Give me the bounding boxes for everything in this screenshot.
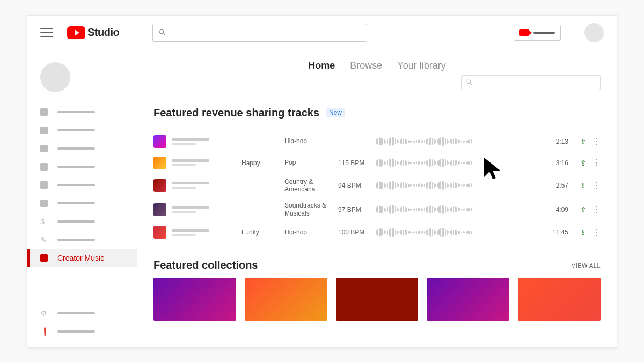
search-input[interactable] <box>152 24 367 42</box>
kebab-icon[interactable]: ⋮ <box>592 227 601 238</box>
collection-card[interactable] <box>427 278 509 321</box>
collection-card[interactable] <box>518 278 601 321</box>
search-icon <box>466 79 473 86</box>
track-mood: Happy <box>241 159 279 167</box>
section-title-collections: Featured collections <box>153 259 258 271</box>
track-thumbnail <box>153 179 166 192</box>
logo-text: Studio <box>87 26 119 39</box>
waveform[interactable] <box>376 180 536 191</box>
view-all-link[interactable]: VIEW ALL <box>572 262 601 269</box>
track-genre: Hip-hop <box>284 228 333 236</box>
collections-row <box>153 278 601 321</box>
track-bpm: 115 BPM <box>338 159 370 167</box>
create-button[interactable] <box>514 25 561 41</box>
feedback-icon <box>40 327 48 336</box>
track-bpm: 100 BPM <box>338 228 370 236</box>
waveform[interactable] <box>376 227 536 238</box>
youtube-play-icon <box>67 26 85 39</box>
section-title-featured-tracks: Featured revenue sharing tracks <box>153 107 319 119</box>
track-duration: 2:57 <box>541 182 568 189</box>
track-bpm: 97 BPM <box>338 206 370 213</box>
track-row[interactable]: FunkyHip-hop100 BPM11:45⇪⋮ <box>153 221 601 243</box>
analytics-icon <box>40 163 48 171</box>
track-row[interactable]: Hip-hop2:13⇪⋮ <box>153 131 601 152</box>
track-duration: 11:45 <box>541 228 568 236</box>
music-search-input[interactable] <box>461 75 601 90</box>
new-badge: New <box>326 108 345 117</box>
studio-logo[interactable]: Studio <box>67 26 119 39</box>
sidebar-item-feedback[interactable] <box>27 322 137 341</box>
dashboard-icon <box>40 108 48 116</box>
sidebar-item-content[interactable] <box>27 121 137 139</box>
hamburger-menu-icon[interactable] <box>40 26 53 39</box>
dollar-icon <box>40 217 48 226</box>
sidebar-item-playlists[interactable] <box>27 139 137 158</box>
share-icon[interactable]: ⇪ <box>580 159 587 167</box>
sidebar-item-dashboard[interactable] <box>27 103 137 121</box>
track-duration: 2:13 <box>541 138 568 145</box>
kebab-icon[interactable]: ⋮ <box>592 158 601 168</box>
top-header: Studio <box>27 16 617 50</box>
track-thumbnail <box>153 135 166 148</box>
collection-card[interactable] <box>336 278 419 321</box>
tracks-table: Hip-hop2:13⇪⋮HappyPop115 BPM3:16⇪⋮Countr… <box>153 131 601 243</box>
waveform[interactable] <box>376 158 536 168</box>
share-icon[interactable]: ⇪ <box>580 137 587 146</box>
gear-icon <box>40 309 48 317</box>
share-icon[interactable]: ⇪ <box>580 205 587 214</box>
sidebar-item-analytics[interactable] <box>27 158 137 176</box>
search-icon <box>158 28 167 37</box>
collection-card[interactable] <box>153 278 236 321</box>
share-icon[interactable]: ⇪ <box>580 228 587 237</box>
kebab-icon[interactable]: ⋮ <box>592 204 601 215</box>
profile-avatar[interactable] <box>584 23 604 42</box>
track-duration: 3:16 <box>541 159 568 167</box>
tab-library[interactable]: Your library <box>397 60 445 75</box>
track-thumbnail <box>153 203 166 216</box>
track-title-stub <box>172 182 236 189</box>
track-row[interactable]: Soundtracks & Musicals97 BPM4:09⇪⋮ <box>153 197 601 221</box>
content-icon <box>40 127 48 134</box>
music-icon <box>40 254 48 262</box>
kebab-icon[interactable]: ⋮ <box>592 180 601 190</box>
camera-icon <box>519 29 529 36</box>
create-label-stub <box>533 32 555 34</box>
channel-avatar[interactable] <box>40 62 70 92</box>
subtitles-icon <box>40 200 48 207</box>
track-title-stub <box>172 138 236 145</box>
playlist-icon <box>40 145 48 152</box>
track-genre: Pop <box>284 159 333 166</box>
kebab-icon[interactable]: ⋮ <box>592 136 601 146</box>
sidebar-item-label: Creator Music <box>57 254 104 262</box>
track-title-stub <box>172 159 236 166</box>
waveform[interactable] <box>376 204 536 215</box>
share-icon[interactable]: ⇪ <box>580 181 587 190</box>
track-genre: Hip-hop <box>284 137 333 145</box>
track-row[interactable]: HappyPop115 BPM3:16⇪⋮ <box>153 152 601 174</box>
tabs: Home Browse Your library <box>137 50 617 75</box>
track-mood: Funky <box>241 228 279 236</box>
track-thumbnail <box>153 226 166 239</box>
sidebar-item-subtitles[interactable] <box>27 194 137 212</box>
track-duration: 4:09 <box>541 206 568 213</box>
sidebar: Creator Music <box>27 50 137 347</box>
collection-card[interactable] <box>245 278 327 321</box>
sidebar-item-comments[interactable] <box>27 176 137 194</box>
waveform[interactable] <box>376 136 536 147</box>
track-genre: Country & Americana <box>284 178 333 194</box>
sidebar-item-monetization[interactable] <box>27 212 137 231</box>
track-title-stub <box>172 229 236 236</box>
track-title-stub <box>172 206 236 213</box>
main-content: Home Browse Your library Featured revenu… <box>137 50 617 347</box>
sidebar-item-settings[interactable] <box>27 304 137 322</box>
comments-icon <box>40 181 48 189</box>
tab-browse[interactable]: Browse <box>350 60 382 75</box>
track-bpm: 94 BPM <box>338 182 370 189</box>
sidebar-item-creator-music[interactable]: Creator Music <box>27 249 137 267</box>
wand-icon <box>40 235 48 244</box>
track-thumbnail <box>153 157 166 169</box>
tab-home[interactable]: Home <box>308 60 335 75</box>
track-row[interactable]: Country & Americana94 BPM2:57⇪⋮ <box>153 174 601 198</box>
track-genre: Soundtracks & Musicals <box>284 202 333 217</box>
sidebar-item-customization[interactable] <box>27 231 137 249</box>
